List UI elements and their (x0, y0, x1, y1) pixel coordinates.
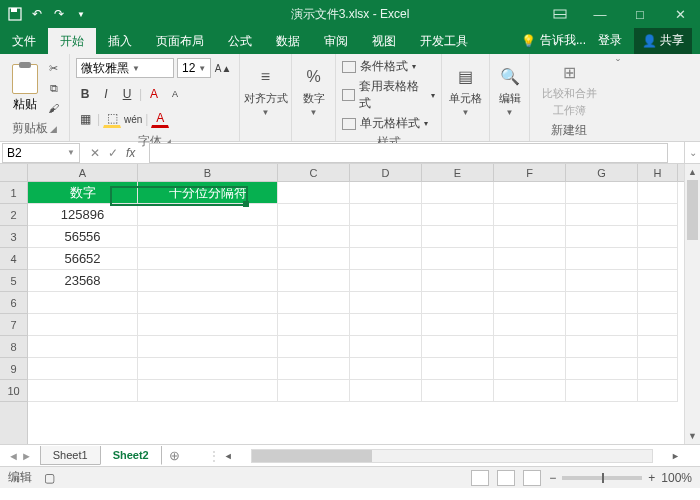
increase-font-icon[interactable]: A▲ (214, 59, 232, 77)
normal-view-icon[interactable] (471, 470, 489, 486)
cell-H6[interactable] (638, 292, 678, 314)
cell-D1[interactable] (350, 182, 422, 204)
signin-link[interactable]: 登录 (590, 27, 630, 54)
cell-D6[interactable] (350, 292, 422, 314)
cell-F2[interactable] (494, 204, 566, 226)
cell-A5[interactable]: 23568 (28, 270, 138, 292)
phonetic-icon[interactable]: wén (124, 110, 142, 128)
alignment-button[interactable]: ≡对齐方式▼ (240, 63, 292, 119)
cell-styles-button[interactable]: 单元格样式 ▾ (342, 115, 435, 132)
tellme-icon[interactable]: 💡 (521, 34, 536, 48)
cell-G3[interactable] (566, 226, 638, 248)
cell-H7[interactable] (638, 314, 678, 336)
font-grow-icon[interactable]: A (145, 85, 163, 103)
tellme-label[interactable]: 告诉我... (540, 32, 586, 49)
col-header-B[interactable]: B (138, 164, 278, 181)
cell-G4[interactable] (566, 248, 638, 270)
sheet-tab-1[interactable]: Sheet1 (40, 446, 101, 465)
row-header-4[interactable]: 4 (0, 248, 27, 270)
font-shrink-icon[interactable]: A (166, 85, 184, 103)
tab-formulas[interactable]: 公式 (216, 28, 264, 54)
tab-file[interactable]: 文件 (0, 28, 48, 54)
cell-E3[interactable] (422, 226, 494, 248)
cell-E1[interactable] (422, 182, 494, 204)
cell-G9[interactable] (566, 358, 638, 380)
cell-C6[interactable] (278, 292, 350, 314)
format-painter-icon[interactable]: 🖌 (46, 100, 62, 116)
cell-G1[interactable] (566, 182, 638, 204)
tab-insert[interactable]: 插入 (96, 28, 144, 54)
cell-F9[interactable] (494, 358, 566, 380)
row-header-6[interactable]: 6 (0, 292, 27, 314)
undo-icon[interactable]: ↶ (28, 5, 46, 23)
expand-formula-icon[interactable]: ⌄ (684, 142, 700, 163)
cell-F5[interactable] (494, 270, 566, 292)
cell-C7[interactable] (278, 314, 350, 336)
cell-E8[interactable] (422, 336, 494, 358)
save-icon[interactable] (6, 5, 24, 23)
cell-D5[interactable] (350, 270, 422, 292)
cell-D4[interactable] (350, 248, 422, 270)
cell-H5[interactable] (638, 270, 678, 292)
tab-home[interactable]: 开始 (48, 28, 96, 54)
font-color-icon[interactable]: A (151, 110, 169, 128)
name-box[interactable]: B2▼ (2, 143, 80, 163)
share-button[interactable]: 👤 共享 (634, 27, 692, 54)
cell-E4[interactable] (422, 248, 494, 270)
cell-H2[interactable] (638, 204, 678, 226)
compare-merge-button[interactable]: ⊞比较和合并工作簿 (538, 58, 601, 120)
row-header-3[interactable]: 3 (0, 226, 27, 248)
cell-A10[interactable] (28, 380, 138, 402)
row-header-5[interactable]: 5 (0, 270, 27, 292)
cell-E10[interactable] (422, 380, 494, 402)
cell-F7[interactable] (494, 314, 566, 336)
qat-customize-icon[interactable]: ▼ (72, 5, 90, 23)
cell-D7[interactable] (350, 314, 422, 336)
col-header-A[interactable]: A (28, 164, 138, 181)
cell-C9[interactable] (278, 358, 350, 380)
cell-A3[interactable]: 56556 (28, 226, 138, 248)
cells-button[interactable]: ▤单元格▼ (445, 63, 487, 119)
editing-button[interactable]: 🔍编辑▼ (489, 63, 531, 119)
col-header-C[interactable]: C (278, 164, 350, 181)
cell-A2[interactable]: 125896 (28, 204, 138, 226)
ribbon-options-icon[interactable] (540, 0, 580, 28)
zoom-in-icon[interactable]: + (648, 471, 655, 485)
col-header-H[interactable]: H (638, 164, 678, 181)
cell-B5[interactable] (138, 270, 278, 292)
col-header-F[interactable]: F (494, 164, 566, 181)
clipboard-launcher-icon[interactable]: ◢ (50, 124, 57, 134)
cell-A8[interactable] (28, 336, 138, 358)
tab-data[interactable]: 数据 (264, 28, 312, 54)
page-break-view-icon[interactable] (523, 470, 541, 486)
zoom-out-icon[interactable]: − (549, 471, 556, 485)
paste-button[interactable]: 粘贴 (8, 62, 42, 115)
cell-D3[interactable] (350, 226, 422, 248)
font-size-combo[interactable]: 12▼ (177, 58, 211, 78)
row-header-10[interactable]: 10 (0, 380, 27, 402)
cell-E6[interactable] (422, 292, 494, 314)
cell-B4[interactable] (138, 248, 278, 270)
sheet-nav-next-icon[interactable]: ► (21, 450, 32, 462)
cell-F8[interactable] (494, 336, 566, 358)
cell-B2[interactable] (138, 204, 278, 226)
cell-G5[interactable] (566, 270, 638, 292)
close-icon[interactable]: ✕ (660, 0, 700, 28)
border-icon[interactable]: ▦ (76, 110, 94, 128)
accept-formula-icon[interactable]: ✓ (108, 146, 118, 160)
tab-layout[interactable]: 页面布局 (144, 28, 216, 54)
fx-icon[interactable]: fx (126, 146, 135, 160)
cell-H8[interactable] (638, 336, 678, 358)
horizontal-scrollbar[interactable] (251, 449, 653, 463)
cell-H9[interactable] (638, 358, 678, 380)
format-table-button[interactable]: 套用表格格式 ▾ (342, 78, 435, 112)
row-header-7[interactable]: 7 (0, 314, 27, 336)
cell-F10[interactable] (494, 380, 566, 402)
italic-button[interactable]: I (97, 85, 115, 103)
redo-icon[interactable]: ↷ (50, 5, 68, 23)
cell-H4[interactable] (638, 248, 678, 270)
cell-F4[interactable] (494, 248, 566, 270)
cell-G2[interactable] (566, 204, 638, 226)
vertical-scrollbar[interactable]: ▲ ▼ (684, 164, 700, 444)
zoom-level[interactable]: 100% (661, 471, 692, 485)
